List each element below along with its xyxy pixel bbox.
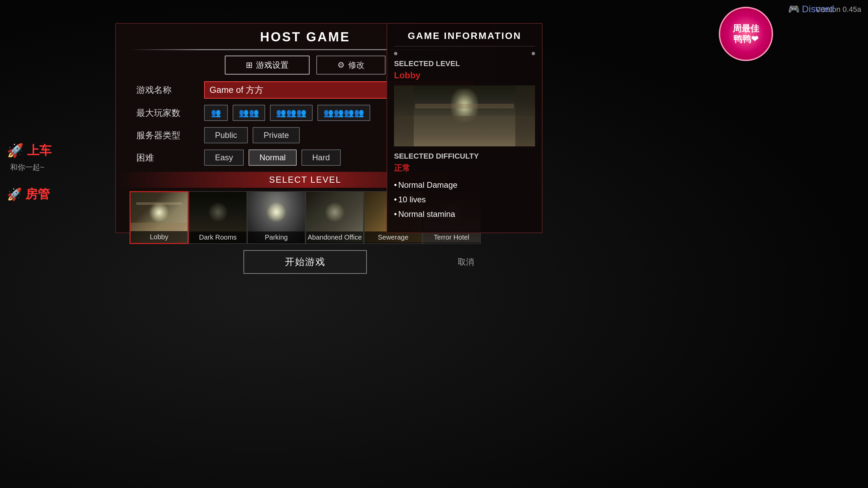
diff-detail-2: 10 lives xyxy=(394,192,535,207)
player-count-2[interactable]: 👥 xyxy=(204,105,228,121)
cancel-button[interactable]: 取消 xyxy=(458,257,474,267)
tab-modify-label: 修改 xyxy=(348,60,364,70)
svg-rect-6 xyxy=(394,85,414,146)
game-name-label: 游戏名称 xyxy=(136,84,197,96)
left-decorations: 🚀 上车 和你一起~ 🚀 房管 xyxy=(0,136,115,237)
svg-rect-1 xyxy=(136,202,182,205)
selected-difficulty-value: 正常 xyxy=(394,163,535,174)
bottom-row: 开始游戏 取消 xyxy=(116,250,494,274)
discord-label: Discord xyxy=(802,4,834,15)
spotlight-abandoned xyxy=(324,202,345,222)
sticker-text: 周最佳鸭鸭❤ xyxy=(733,23,759,44)
discord-icon: 🎮 xyxy=(788,3,800,15)
info-dots xyxy=(394,52,535,55)
svg-rect-4 xyxy=(394,116,535,146)
level-name-parking: Parking xyxy=(248,231,305,243)
server-type-buttons: Public Private xyxy=(204,127,300,143)
server-public[interactable]: Public xyxy=(204,127,248,143)
start-game-button[interactable]: 开始游戏 xyxy=(243,250,367,274)
left-text-3: 房管 xyxy=(25,186,50,203)
server-type-label: 服务器类型 xyxy=(136,129,197,141)
people-icon-2: 👥 xyxy=(211,108,221,117)
level-dark-rooms[interactable]: Dark Rooms xyxy=(189,191,247,244)
dot-2 xyxy=(532,52,535,55)
selected-level-name: Lobby xyxy=(394,70,535,81)
selected-difficulty-label: SELECTED DIFFICULTY xyxy=(394,152,535,161)
people-icon-8: 👥👥👥👥 xyxy=(323,108,364,117)
selected-level-label: SELECTED LEVEL xyxy=(394,59,535,68)
difficulty-info-list: Normal Damage 10 lives Normal stamina xyxy=(394,178,535,222)
level-parking[interactable]: Parking xyxy=(247,191,305,244)
level-lobby[interactable]: Lobby xyxy=(130,191,189,244)
dot-1 xyxy=(394,52,397,55)
player-count-6[interactable]: 👥👥👥 xyxy=(270,105,313,121)
diff-detail-3: Normal stamina xyxy=(394,207,535,221)
tab-modify-icon: ⚙ xyxy=(337,60,345,70)
tab-settings-label: 游戏设置 xyxy=(256,60,289,70)
level-name-dark-rooms: Dark Rooms xyxy=(189,231,246,243)
discord-area: 🎮 Discord xyxy=(788,3,834,15)
people-icon-6: 👥👥👥 xyxy=(276,108,307,117)
svg-rect-5 xyxy=(415,104,514,108)
player-count-4[interactable]: 👥👥 xyxy=(233,105,265,121)
level-name-sewerage: Sewerage xyxy=(364,231,421,243)
tab-settings-icon: ⊞ xyxy=(246,60,253,70)
people-icon-4: 👥👥 xyxy=(239,108,259,117)
player-count-8[interactable]: 👥👥👥👥 xyxy=(317,105,370,121)
difficulty-normal[interactable]: Normal xyxy=(249,149,296,166)
sticker-decoration: 周最佳鸭鸭❤ xyxy=(719,7,773,61)
level-abandoned-office[interactable]: Abandoned Office xyxy=(305,191,364,244)
difficulty-easy[interactable]: Easy xyxy=(204,149,244,166)
difficulty-buttons: Easy Normal Hard xyxy=(204,149,341,166)
level-name-terror-hotel: Terror Hotel xyxy=(423,231,480,243)
preview-svg xyxy=(394,85,535,146)
difficulty-hard[interactable]: Hard xyxy=(301,149,341,166)
level-name-lobby: Lobby xyxy=(131,231,188,243)
spotlight-parking xyxy=(266,202,287,222)
max-players-label: 最大玩家数 xyxy=(136,107,197,119)
difficulty-label: 困难 xyxy=(136,152,197,164)
diff-detail-1: Normal Damage xyxy=(394,178,535,192)
level-name-abandoned: Abandoned Office xyxy=(306,231,363,243)
preview-scene xyxy=(394,85,535,146)
spotlight-dark xyxy=(208,202,228,222)
left-text-1: 上车 xyxy=(27,142,52,159)
svg-rect-7 xyxy=(515,85,535,146)
info-panel: GAME INFORMATION SELECTED LEVEL Lobby SE… xyxy=(387,23,542,233)
left-text-2: 和你一起~ xyxy=(10,163,44,171)
player-count-buttons: 👥 👥👥 👥👥👥 👥👥👥👥 xyxy=(204,105,370,121)
tab-game-settings[interactable]: ⊞ 游戏设置 xyxy=(225,56,310,75)
server-private[interactable]: Private xyxy=(253,127,300,143)
level-preview-image xyxy=(394,85,535,146)
tab-modify[interactable]: ⚙ 修改 xyxy=(316,56,386,75)
info-panel-title: GAME INFORMATION xyxy=(394,30,535,46)
